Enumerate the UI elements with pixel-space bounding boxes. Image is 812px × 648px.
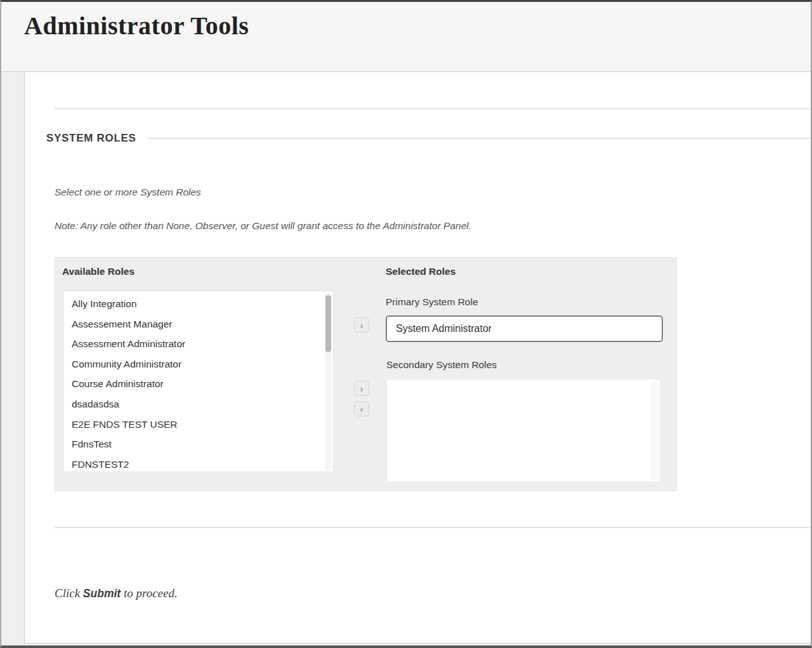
available-roles-label: Available Roles: [62, 266, 134, 277]
page-header: Administrator Tools: [1, 2, 811, 72]
secondary-system-roles-label: Secondary System Roles: [386, 359, 497, 371]
move-to-secondary-button[interactable]: ›: [354, 381, 369, 396]
available-role-option[interactable]: E2E FNDS TEST USER: [63, 414, 333, 435]
submit-instruction: Click Submit to proceed.: [55, 586, 178, 600]
submit-keyword: Submit: [83, 587, 121, 600]
system-roles-section-heading: SYSTEM ROLES: [46, 132, 811, 145]
bottom-divider: [55, 527, 811, 528]
available-role-option[interactable]: FDNSTEST2: [63, 454, 333, 472]
instruction-text: Select one or more System Roles: [55, 187, 201, 198]
available-role-option[interactable]: Ally Integration: [63, 294, 333, 314]
available-role-option[interactable]: Course Administrator: [63, 374, 333, 394]
selected-roles-label: Selected Roles: [386, 266, 455, 277]
system-roles-panel: Available Roles Ally IntegrationAssessem…: [55, 257, 677, 491]
move-to-primary-button[interactable]: ›: [354, 317, 369, 333]
remove-from-secondary-button[interactable]: ‹: [354, 401, 369, 416]
note-text: Note: Any role other than None, Observer…: [55, 220, 471, 232]
chevron-left-icon: ‹: [360, 404, 363, 414]
scrollbar-thumb[interactable]: [325, 295, 331, 352]
heading-rule: [148, 138, 811, 139]
section-heading-label: SYSTEM ROLES: [46, 132, 136, 145]
page-title: Administrator Tools: [24, 11, 249, 41]
primary-system-role-input[interactable]: [386, 315, 663, 342]
top-divider: [55, 108, 811, 109]
available-role-option[interactable]: FdnsTest: [63, 434, 333, 454]
secondary-system-roles-listbox[interactable]: [386, 379, 660, 482]
content-panel: SYSTEM ROLES Select one or more System R…: [24, 72, 811, 644]
available-roles-list: Ally IntegrationAssessement ManagerAsses…: [63, 291, 333, 472]
available-roles-listbox[interactable]: Ally IntegrationAssessement ManagerAsses…: [63, 291, 334, 472]
available-role-option[interactable]: Community Administrator: [63, 354, 333, 374]
secondary-listbox-scrollbar[interactable]: [650, 381, 658, 480]
available-role-option[interactable]: Assessment Administrator: [63, 334, 333, 354]
submit-instruction-suffix: to proceed.: [121, 586, 178, 600]
submit-instruction-prefix: Click: [55, 586, 83, 600]
available-role-option[interactable]: dsadasdsa: [63, 394, 333, 414]
available-role-option[interactable]: Assessement Manager: [63, 314, 333, 334]
listbox-scrollbar[interactable]: [325, 293, 332, 470]
chevron-right-icon: ›: [360, 321, 363, 330]
administrator-tools-page: Administrator Tools SYSTEM ROLES Select …: [0, 0, 812, 648]
primary-system-role-label: Primary System Role: [386, 296, 478, 308]
chevron-right-icon: ›: [360, 384, 363, 393]
